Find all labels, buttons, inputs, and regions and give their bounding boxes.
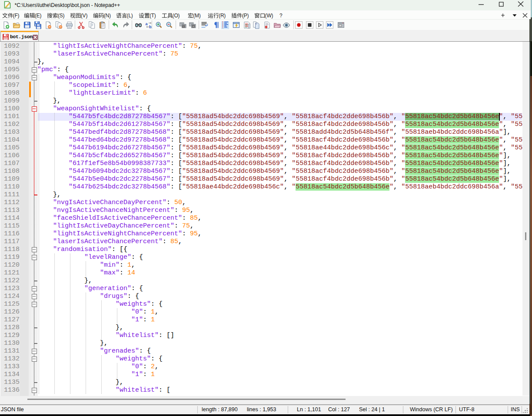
svg-text:a: a bbox=[146, 22, 148, 26]
